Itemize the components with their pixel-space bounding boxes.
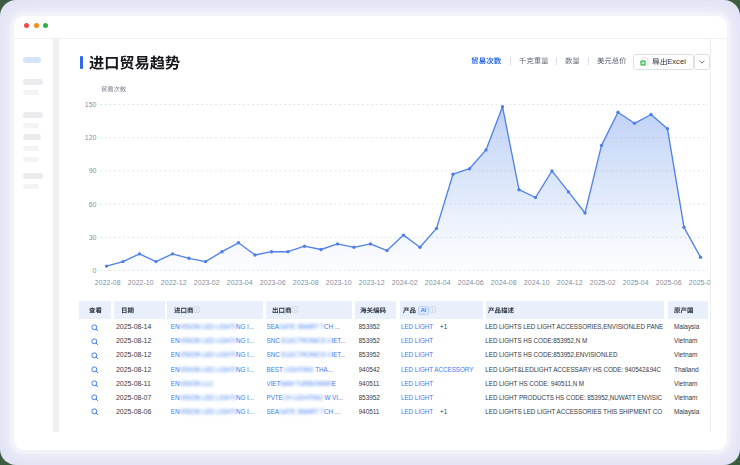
svg-text:2024-06: 2024-06 (458, 279, 484, 286)
svg-text:2022-12: 2022-12 (161, 279, 187, 286)
svg-text:2024-12: 2024-12 (557, 279, 583, 286)
svg-text:2022-08: 2022-08 (95, 279, 121, 286)
svg-text:2025-06: 2025-06 (656, 279, 682, 286)
svg-text:2023-12: 2023-12 (359, 279, 385, 286)
svg-text:2023-06: 2023-06 (260, 279, 286, 286)
svg-text:30: 30 (89, 234, 97, 241)
svg-text:120: 120 (85, 134, 97, 141)
svg-text:2024-02: 2024-02 (392, 279, 418, 286)
svg-text:2024-10: 2024-10 (524, 279, 550, 286)
svg-text:2025-02: 2025-02 (590, 279, 616, 286)
svg-text:2023-04: 2023-04 (227, 279, 253, 286)
svg-text:2025-04: 2025-04 (623, 279, 649, 286)
svg-text:0: 0 (93, 267, 97, 274)
svg-text:2024-04: 2024-04 (425, 279, 451, 286)
svg-text:2023-10: 2023-10 (326, 279, 352, 286)
svg-text:90: 90 (89, 167, 97, 174)
svg-text:150: 150 (85, 101, 97, 108)
svg-text:2023-02: 2023-02 (194, 279, 220, 286)
svg-text:2022-10: 2022-10 (128, 279, 154, 286)
svg-text:2024-08: 2024-08 (491, 279, 517, 286)
svg-text:2025-08: 2025-08 (689, 279, 715, 286)
svg-text:2023-08: 2023-08 (293, 279, 319, 286)
svg-text:60: 60 (89, 201, 97, 208)
